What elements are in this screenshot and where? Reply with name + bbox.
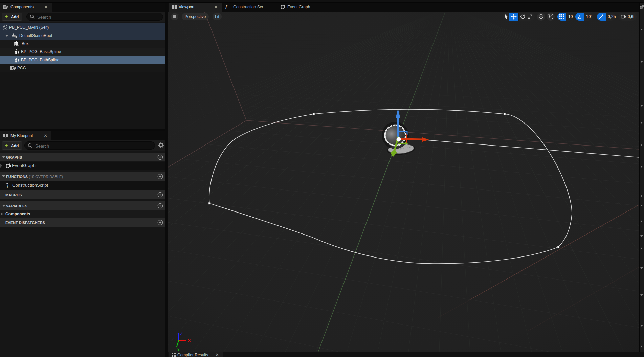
svg-text:Y: Y: [177, 347, 180, 352]
svg-text:f: f: [7, 183, 9, 188]
svg-text:Z: Z: [180, 331, 183, 336]
svg-text:X: X: [188, 338, 191, 343]
